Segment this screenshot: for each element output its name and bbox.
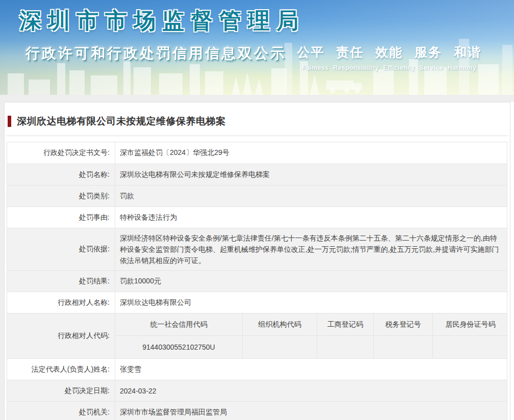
- row-label: 行政相对人代码:: [7, 313, 115, 358]
- code-column-header: 税务登记号: [373, 313, 432, 336]
- row-value: 深圳欣达电梯有限公司未按规定维修保养电梯案: [115, 164, 507, 185]
- code-value: [432, 336, 508, 358]
- row-label: 处罚类别:: [7, 186, 115, 206]
- row-label: 处罚事由:: [7, 207, 115, 228]
- case-title-row: 深圳欣达电梯有限公司未按规定维修保养电梯案: [5, 102, 510, 128]
- banner-subtitle: 行政许可和行政处罚信用信息双公示: [25, 44, 287, 63]
- motto-block: 公平 责任 效能 服务 和谐 Faimess Responsibility Ef…: [297, 44, 481, 71]
- code-column-header: 工商登记码: [317, 313, 373, 336]
- code-column-header: 统一社会信用代码: [115, 313, 242, 336]
- table-row: 法定代表人(负责人)姓名:张雯雪: [7, 358, 507, 380]
- table-row: 行政处罚决定书文号:深市监福处罚〔2024〕华强北29号: [7, 142, 507, 164]
- table-row: 处罚事由:特种设备违法行为: [7, 206, 507, 228]
- table-row: 处罚结果:罚款10000元: [7, 270, 507, 292]
- title-divider: [7, 136, 508, 136]
- code-value: [317, 336, 373, 358]
- table-row: 处罚依据:深圳经济特区特种设备安全条例/第七章法律责任/第七十一条有违反本条例第…: [7, 228, 507, 270]
- row-value: 统一社会信用代码组织机构代码工商登记码税务登记号居民身份证号码914403005…: [115, 313, 508, 358]
- row-label: 处罚名称:: [7, 164, 115, 185]
- table-row: 处罚名称:深圳欣达电梯有限公司未按规定维修保养电梯案: [7, 164, 507, 185]
- table-row: 行政相对人名称:深圳欣达电梯有限公司: [7, 292, 507, 313]
- table-row: 处罚机关:深圳市市场监督管理局福田监管局: [7, 401, 507, 420]
- row-label: 法定代表人(负责人)姓名:: [7, 359, 115, 380]
- code-value: [242, 336, 317, 358]
- agency-title: 深圳市市场监督管理局: [19, 6, 305, 36]
- page-left-gutter: [0, 95, 4, 420]
- row-label: 行政相对人名称:: [7, 292, 115, 313]
- row-value: 罚款10000元: [115, 271, 507, 292]
- codes-table: 统一社会信用代码组织机构代码工商登记码税务登记号居民身份证号码914403005…: [115, 313, 508, 358]
- code-column-header: 组织机构代码: [242, 313, 317, 336]
- row-value: 深圳市市场监督管理局福田监管局: [115, 402, 507, 420]
- table-row: 处罚决定日期:2024-03-22: [7, 380, 507, 401]
- table-row: 处罚类别:罚款: [7, 185, 507, 206]
- code-column-header: 居民身份证号码: [432, 313, 508, 336]
- row-label: 处罚决定日期:: [7, 380, 115, 401]
- row-value: 深圳欣达电梯有限公司: [115, 292, 507, 313]
- content-card: 深圳欣达电梯有限公司未按规定维修保养电梯案 行政处罚决定书文号:深市监福处罚〔2…: [4, 102, 510, 420]
- code-value: [373, 336, 432, 358]
- row-value: 深市监福处罚〔2024〕华强北29号: [115, 142, 507, 164]
- motto-english: Faimess Responsibility Efficiency Servic…: [297, 64, 481, 71]
- row-label: 处罚结果:: [7, 271, 115, 292]
- row-value: 2024-03-22: [115, 380, 507, 401]
- page-body: 深圳欣达电梯有限公司未按规定维修保养电梯案 行政处罚决定书文号:深市监福处罚〔2…: [0, 95, 514, 420]
- row-value: 张雯雪: [115, 359, 507, 380]
- row-value: 特种设备违法行为: [115, 207, 507, 228]
- row-label: 处罚机关:: [7, 402, 115, 420]
- row-value: 罚款: [115, 186, 507, 206]
- row-label: 处罚依据:: [7, 228, 115, 270]
- site-banner: 深圳市市场监督管理局 行政许可和行政处罚信用信息双公示 公平 责任 效能 服务 …: [0, 0, 514, 95]
- code-value: 91440300552102750U: [115, 336, 242, 358]
- row-label: 行政处罚决定书文号:: [7, 142, 115, 164]
- row-value: 深圳经济特区特种设备安全条例/第七章法律责任/第七十一条有违反本条例第二十五条、…: [115, 228, 507, 270]
- penalty-info-table: 行政处罚决定书文号:深市监福处罚〔2024〕华强北29号处罚名称:深圳欣达电梯有…: [7, 142, 507, 420]
- motto-chinese: 公平 责任 效能 服务 和谐: [297, 44, 481, 61]
- title-marker: [8, 116, 11, 127]
- table-row: 行政相对人代码:统一社会信用代码组织机构代码工商登记码税务登记号居民身份证号码9…: [7, 313, 507, 358]
- page-background-gap: [0, 95, 514, 102]
- page-title: 深圳欣达电梯有限公司未按规定维修保养电梯案: [17, 115, 226, 128]
